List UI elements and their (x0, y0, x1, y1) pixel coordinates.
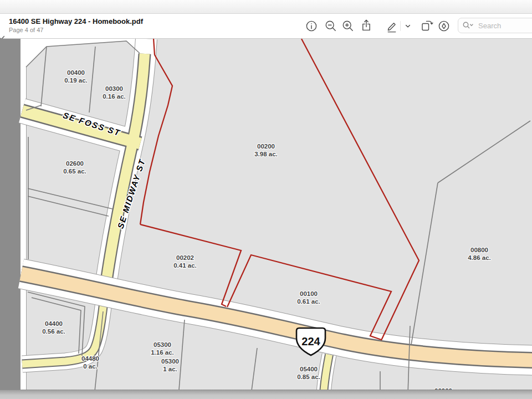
share-icon (360, 19, 373, 33)
parcel-label: 05400 (300, 366, 318, 372)
parcel-label: 00200 (257, 143, 275, 150)
document-canvas[interactable]: SE FOSS STSE MIDWAY ST 004000.19 ac.0030… (0, 39, 532, 399)
markup-tip-icon (437, 19, 451, 33)
parcel-area-label: 4.86 ac. (468, 254, 491, 261)
parcel-area-label: 0.65 ac. (63, 168, 86, 175)
markup-pen-button[interactable] (383, 18, 400, 34)
parcel-label: 05300 (154, 341, 171, 348)
parcel-label: 04480 (81, 355, 99, 362)
zoom-in-button[interactable] (340, 18, 356, 34)
share-button[interactable] (358, 18, 375, 34)
info-button[interactable] (303, 18, 320, 34)
zoom-out-icon (324, 19, 337, 33)
page-indicator: Page 4 of 47 (9, 27, 43, 33)
parcel-label: 00400 (67, 69, 85, 76)
search-field[interactable] (458, 18, 532, 33)
zoom-out-button[interactable] (323, 18, 339, 34)
parcel-area-label: 3.98 ac. (254, 151, 278, 157)
parcel-label: 04400 (45, 320, 63, 327)
svg-text:224: 224 (301, 335, 320, 347)
page-edge-shadow (0, 390, 532, 399)
parcel-area-label: 0.61 ac. (297, 298, 320, 305)
toolbar: 16400 SE Highway 224 - Homebook.pdf Page… (0, 14, 532, 39)
rotate-button[interactable] (418, 18, 435, 34)
zoom-in-icon (341, 19, 355, 33)
parcel-label: 00202 (176, 254, 194, 261)
parcel-label: 00800 (470, 247, 488, 253)
markup-pen-icon (385, 19, 398, 33)
parcel-label: 05300 (161, 358, 179, 365)
parcel-area-label: 0.41 ac. (173, 262, 197, 269)
preview-window: 16400 SE Highway 224 - Homebook.pdf Page… (0, 0, 532, 399)
markup-tip-button[interactable] (436, 18, 452, 34)
parcel-area-label: 1 ac. (163, 366, 177, 372)
chevron-down-icon (403, 22, 412, 30)
parcel-area-label: 0.19 ac. (64, 77, 88, 84)
parcel-area-label: 1.16 ac. (151, 349, 174, 356)
parcel-area-label: 0.16 ac. (103, 93, 126, 100)
search-input[interactable] (477, 21, 529, 30)
parcel-area-label: 0.85 ac. (297, 374, 320, 380)
rotate-icon (420, 19, 433, 33)
search-icon (463, 22, 474, 29)
document-title: 16400 SE Highway 224 - Homebook.pdf (9, 17, 143, 25)
parcel-area-label: 0 ac. (83, 363, 98, 370)
parcel-map: SE FOSS STSE MIDWAY ST 004000.19 ac.0030… (0, 39, 532, 399)
parcel-label: 02600 (66, 160, 84, 167)
markup-options-button[interactable] (401, 18, 415, 34)
toolbar-divider (400, 21, 401, 31)
parcel-label: 00100 (300, 290, 318, 297)
titlebar (0, 0, 532, 14)
parcel-area-label: 0.56 ac. (42, 328, 65, 335)
parcel-label: 00300 (105, 85, 123, 92)
info-icon (305, 19, 318, 33)
